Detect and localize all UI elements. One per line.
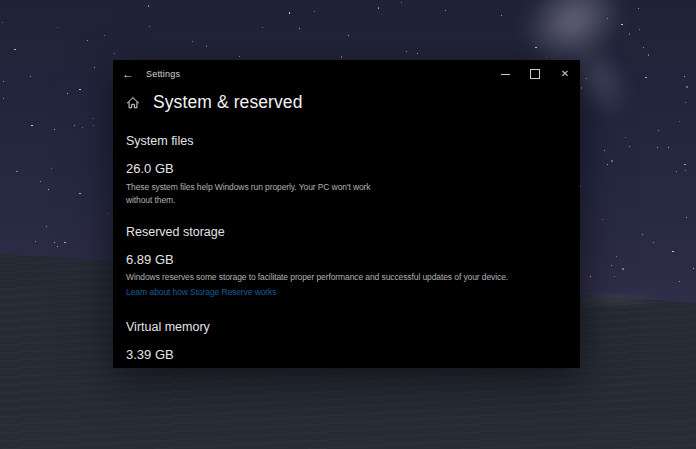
page-header: System & reserved (126, 92, 303, 113)
virtual-memory-size: 3.39 GB (126, 347, 174, 362)
page-title: System & reserved (153, 92, 303, 113)
settings-window: ← Settings ✕ System & reserved System fi… (113, 60, 580, 368)
system-files-size: 26.0 GB (126, 161, 174, 176)
close-button[interactable]: ✕ (550, 60, 580, 88)
reserved-storage-size: 6.89 GB (126, 252, 174, 267)
back-button[interactable]: ← (113, 60, 143, 88)
close-icon: ✕ (561, 69, 569, 79)
section-title-reserved-storage: Reserved storage (126, 225, 225, 239)
storage-reserve-link[interactable]: Learn about how Storage Reserve works (126, 287, 276, 297)
system-files-description: These system files help Windows run prop… (126, 181, 378, 207)
titlebar: ← Settings ✕ (113, 60, 580, 88)
minimize-button[interactable] (490, 60, 520, 88)
back-arrow-icon: ← (122, 67, 134, 81)
window-title: Settings (146, 69, 180, 79)
maximize-button[interactable] (520, 60, 550, 88)
titlebar-drag-area[interactable] (180, 60, 490, 88)
section-title-virtual-memory: Virtual memory (126, 320, 210, 334)
maximize-icon (530, 69, 540, 79)
minimize-icon (501, 74, 510, 75)
section-title-system-files: System files (126, 134, 193, 148)
desktop: ← Settings ✕ System & reserved System fi… (0, 0, 696, 449)
home-icon (126, 96, 140, 110)
reserved-storage-description: Windows reserves some storage to facilit… (126, 271, 508, 284)
